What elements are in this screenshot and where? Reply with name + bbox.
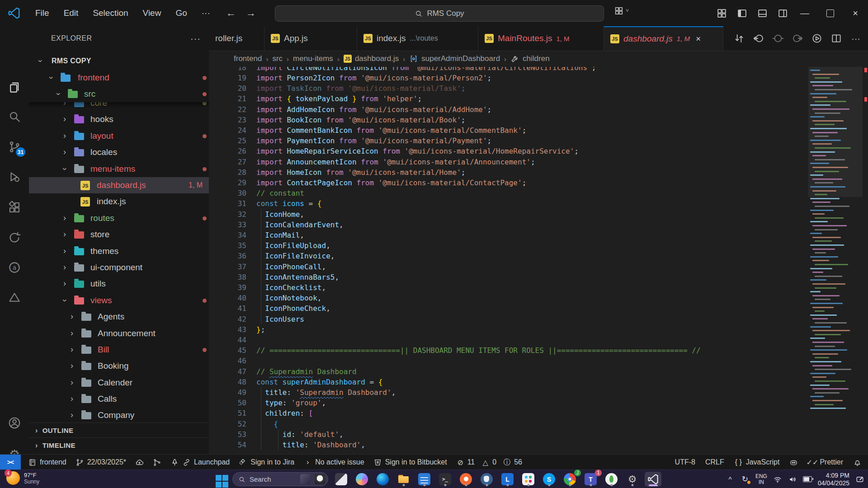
taskbar-app-settings[interactable]: ⚙ xyxy=(624,472,641,487)
taskbar-app-postman[interactable] xyxy=(458,472,474,487)
breadcrumb[interactable]: frontend›src›menu-items›JSdashboard.js›s… xyxy=(209,51,868,67)
status-bitbucket[interactable]: Sign in to Bitbucket xyxy=(373,458,447,467)
tab-mainroutes.js[interactable]: JSMainRoutes.js1, M xyxy=(478,26,604,51)
breadcrumb-superAdminDashboard[interactable]: superAdminDashboard xyxy=(409,54,500,63)
status-prettier[interactable]: ✓✓Prettier xyxy=(808,458,843,467)
minimap[interactable] xyxy=(808,67,863,454)
history-forward-icon[interactable]: → xyxy=(246,7,256,19)
breadcrumb-src[interactable]: src xyxy=(272,54,283,63)
language-indicator[interactable]: ENGIN xyxy=(755,474,767,485)
customize-layout-icon[interactable] xyxy=(716,8,727,19)
code-area[interactable]: 1819202122232425262728293031323334353637… xyxy=(209,67,868,454)
tab-index.js[interactable]: JSindex.js...\routes xyxy=(357,26,478,51)
explorer-item-announcement[interactable]: ›Announcement xyxy=(29,325,209,342)
explorer-item-rms-copy[interactable]: ›RMS COPY xyxy=(29,53,209,69)
tab-dashboard.js[interactable]: JSdashboard.js1, M× xyxy=(604,26,723,51)
editor-action-compare-changes[interactable] xyxy=(733,33,745,44)
close-button[interactable]: × xyxy=(843,0,868,26)
explorer-item-store[interactable]: ›store xyxy=(29,226,209,243)
status-active-issue[interactable]: ›No active issue xyxy=(303,458,364,467)
tab-app.js[interactable]: JSApp.js xyxy=(264,26,357,51)
taskbar-app-copilot[interactable] xyxy=(354,472,370,487)
explorer-item-views[interactable]: ›views xyxy=(29,292,209,309)
status-jira[interactable]: Sign in to Jira xyxy=(239,458,294,467)
status-git-branch[interactable]: 22/03/2025* xyxy=(75,458,126,467)
explorer-item-booking[interactable]: ›Booking xyxy=(29,358,209,374)
weather-widget[interactable]: 4 97°F Sunny xyxy=(6,471,39,485)
editor-action-run-file[interactable] xyxy=(811,33,823,44)
explorer-item-layout[interactable]: ›layout xyxy=(29,128,209,144)
status-copilot[interactable] xyxy=(789,458,798,467)
editor-action-more-actions[interactable]: ··· xyxy=(850,33,862,44)
profile-switcher[interactable]: ˅ xyxy=(614,6,629,16)
explorer-item-bill[interactable]: ›Bill xyxy=(29,342,209,358)
toggle-sidebar-icon[interactable] xyxy=(736,8,748,19)
battery-icon[interactable] xyxy=(803,475,812,484)
hidden-icons-chevron[interactable]: ^ xyxy=(726,475,735,484)
taskbar-app-skype[interactable]: S xyxy=(541,472,557,487)
status-launchpad[interactable]: Launchpad xyxy=(170,458,230,467)
status-publish[interactable] xyxy=(135,458,144,467)
taskbar-app-teams[interactable]: T1 xyxy=(582,472,599,487)
menu-more-icon[interactable]: ··· xyxy=(194,5,217,21)
menu-go[interactable]: Go xyxy=(168,5,194,21)
taskbar-app-slack[interactable] xyxy=(520,472,537,487)
start-button[interactable] xyxy=(212,472,228,487)
explorer-item-calender[interactable]: ›Calender xyxy=(29,375,209,391)
status-language-mode[interactable]: { }JavaScript xyxy=(734,458,780,467)
breadcrumb-frontend[interactable]: frontend xyxy=(234,54,262,63)
explorer-item-calls[interactable]: ›Calls xyxy=(29,391,209,407)
status-git-graph[interactable] xyxy=(153,458,161,467)
explorer-item-utils[interactable]: ›utils xyxy=(29,276,209,292)
taskbar-search[interactable]: Search xyxy=(232,472,328,486)
touch-keyboard-icon[interactable] xyxy=(855,475,864,484)
status-encoding[interactable]: UTF-8 xyxy=(675,458,695,466)
breadcrumb-dashboard.js[interactable]: JSdashboard.js xyxy=(344,54,399,63)
status-project[interactable]: frontend xyxy=(28,458,66,467)
taskbar-app-vscode[interactable] xyxy=(645,472,661,487)
explorer-item-menu-items[interactable]: ›menu-items xyxy=(29,161,209,177)
activitybar-extensions[interactable] xyxy=(8,201,21,214)
editor-action-forward-circle[interactable] xyxy=(792,33,803,44)
explorer-item-src[interactable]: ›src xyxy=(29,86,209,102)
activitybar-restore[interactable] xyxy=(8,231,21,244)
activitybar-source-control[interactable]: 31 xyxy=(8,140,21,154)
taskbar-app-file-explorer[interactable] xyxy=(395,472,412,487)
maximize-button[interactable] xyxy=(817,0,843,26)
explorer-item-ui-component[interactable]: ›ui-component xyxy=(29,259,209,276)
explorer-item-company[interactable]: ›Company xyxy=(29,407,209,423)
history-back-icon[interactable]: ← xyxy=(226,7,236,19)
command-center-search[interactable]: RMS Copy xyxy=(275,5,604,22)
breadcrumb-children[interactable]: children xyxy=(510,54,550,63)
activitybar-tabnine[interactable]: a xyxy=(8,261,21,274)
toggle-panel-icon[interactable] xyxy=(757,8,768,19)
explorer-item-hooks[interactable]: ›hooks xyxy=(29,111,209,127)
breadcrumb-menu-items[interactable]: menu-items xyxy=(293,54,333,63)
close-icon[interactable]: × xyxy=(696,34,701,44)
taskbar-app-chrome[interactable]: J xyxy=(561,472,578,487)
menu-edit[interactable]: Edit xyxy=(57,5,86,21)
taskbar-app-layers-app[interactable] xyxy=(333,472,349,487)
taskbar-app-postgresql[interactable] xyxy=(478,472,495,487)
taskbar-app-terminal[interactable]: >_ xyxy=(437,472,453,487)
activitybar-play-tool[interactable] xyxy=(8,291,21,304)
editor-action-current-position[interactable] xyxy=(772,33,784,44)
sync-icon[interactable]: ↻ xyxy=(741,475,750,484)
explorer-item-routes[interactable]: ›routes xyxy=(29,210,209,226)
menu-selection[interactable]: Selection xyxy=(85,5,135,21)
activitybar-explorer[interactable] xyxy=(8,80,21,94)
wifi-icon[interactable] xyxy=(773,475,782,484)
timeline-section[interactable]: › TIMELINE xyxy=(29,437,209,453)
minimize-button[interactable]: — xyxy=(792,0,817,26)
taskbar-app-l-app[interactable]: L xyxy=(499,472,516,487)
toggle-secondary-sidebar-icon[interactable] xyxy=(777,8,788,19)
explorer-item-dashboard.js[interactable]: JSdashboard.js1, M xyxy=(29,177,209,193)
status-eol[interactable]: CRLF xyxy=(705,458,724,466)
editor-action-back-circle[interactable] xyxy=(753,33,764,44)
activitybar-search[interactable] xyxy=(8,110,21,123)
activitybar-accounts[interactable] xyxy=(8,416,21,430)
taskbar-app-notepad[interactable] xyxy=(416,472,433,487)
explorer-item-frontend[interactable]: ›frontend xyxy=(29,70,209,86)
explorer-item-locales[interactable]: ›locales xyxy=(29,144,209,160)
explorer-item-agents[interactable]: ›Agents xyxy=(29,309,209,325)
